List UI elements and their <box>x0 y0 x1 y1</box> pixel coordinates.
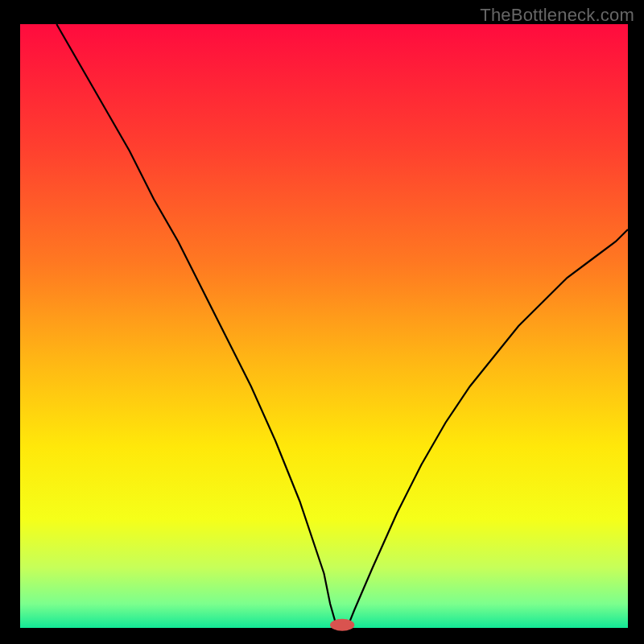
plot-background <box>20 24 628 628</box>
optimum-marker <box>330 619 354 631</box>
watermark-text: TheBottleneck.com <box>480 5 634 26</box>
bottleneck-chart <box>0 0 644 644</box>
chart-container: TheBottleneck.com <box>0 0 644 644</box>
